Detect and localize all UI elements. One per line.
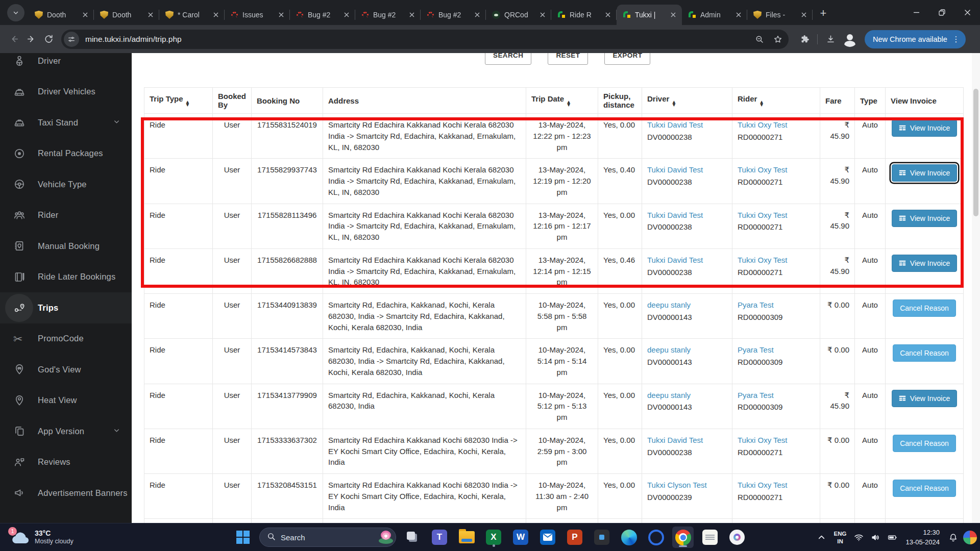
rider-link[interactable]: Tukxi Oxy Test bbox=[738, 164, 788, 176]
sidebar-item-ride-later-bookings[interactable]: Ride Later Bookings bbox=[0, 262, 132, 293]
sidebar-item-promocode[interactable]: ✂PromoCode bbox=[0, 323, 132, 355]
chrome-app-icon[interactable] bbox=[672, 527, 694, 548]
tab-close-button[interactable] bbox=[473, 10, 482, 19]
cancel-reason-button[interactable]: Cancel Reason bbox=[893, 435, 956, 452]
hidden-icons-button[interactable] bbox=[815, 531, 828, 544]
sidebar-item-reviews[interactable]: Reviews bbox=[0, 447, 132, 478]
rider-link[interactable]: Pyara Test bbox=[738, 344, 774, 356]
media-player-app-icon[interactable] bbox=[726, 527, 748, 548]
sidebar-item-vehicle-type[interactable]: Vehicle Type bbox=[0, 169, 132, 200]
browser-tab-6[interactable]: Bug #2 bbox=[355, 5, 421, 25]
sidebar-item-god-s-view[interactable]: God's View bbox=[0, 354, 132, 385]
view-invoice-button[interactable]: View Invoice bbox=[892, 255, 957, 272]
export-button[interactable]: EXPORT bbox=[604, 53, 650, 65]
omnibox[interactable]: mine.tukxi.in/admin/trip.php bbox=[61, 30, 789, 49]
outlook-app-icon[interactable] bbox=[537, 527, 558, 548]
sidebar-item-heat-view[interactable]: Heat View bbox=[0, 385, 132, 416]
column-header-rider[interactable]: Rider▲▼ bbox=[732, 88, 820, 114]
opera-app-icon[interactable] bbox=[645, 527, 667, 548]
wifi-icon[interactable] bbox=[852, 531, 866, 544]
excel-app-icon[interactable]: X bbox=[483, 527, 504, 548]
downloads-button[interactable] bbox=[822, 31, 839, 48]
driver-link[interactable]: Tukxi David Test bbox=[647, 119, 703, 131]
sidebar-item-driver-vehicles[interactable]: Driver Vehicles bbox=[0, 77, 132, 108]
search-button[interactable]: SEARCH bbox=[485, 53, 531, 65]
sidebar-item-taxi-stand[interactable]: Taxi Stand bbox=[0, 107, 132, 138]
column-header-trip-type[interactable]: Trip Type▲▼ bbox=[144, 88, 213, 114]
browser-tab-9[interactable]: Ride R bbox=[551, 5, 617, 25]
sidebar-item-rider[interactable]: Rider bbox=[0, 200, 132, 231]
tab-close-button[interactable] bbox=[669, 10, 678, 19]
sidebar-item-app-version[interactable]: App Version bbox=[0, 416, 132, 447]
tab-close-button[interactable] bbox=[734, 10, 743, 19]
driver-link[interactable]: Tukxi David Test bbox=[647, 435, 703, 446]
snipping-tool-app-icon[interactable] bbox=[591, 527, 612, 548]
tab-close-button[interactable] bbox=[538, 10, 547, 19]
rider-link[interactable]: Tukxi Oxy Test bbox=[738, 480, 788, 491]
driver-link[interactable]: deepu stanly bbox=[647, 390, 691, 401]
rider-link[interactable]: Tukxi Oxy Test bbox=[738, 119, 788, 131]
browser-tab-2[interactable]: Dooth bbox=[94, 5, 159, 25]
sidebar-item-rental-packages[interactable]: Rental Packages bbox=[0, 138, 132, 169]
teams-app-icon[interactable]: T bbox=[429, 527, 450, 548]
profile-avatar[interactable] bbox=[842, 32, 857, 47]
tab-search-button[interactable] bbox=[7, 4, 24, 21]
browser-tab-8[interactable]: QRCod bbox=[486, 5, 551, 25]
cancel-reason-button[interactable]: Cancel Reason bbox=[893, 299, 956, 317]
new-tab-button[interactable]: + bbox=[816, 6, 831, 21]
browser-tab-1[interactable]: Dooth bbox=[29, 5, 94, 25]
notes-app-icon[interactable] bbox=[699, 527, 721, 548]
sidebar-item-trips[interactable]: Trips bbox=[0, 292, 132, 323]
browser-tab-10[interactable]: Tukxi | bbox=[617, 5, 682, 25]
chrome-update-button[interactable]: New Chrome available ⋮ bbox=[865, 30, 966, 48]
column-header-trip-date[interactable]: Trip Date▲▼ bbox=[526, 88, 598, 114]
volume-icon[interactable] bbox=[869, 531, 883, 544]
tab-close-button[interactable] bbox=[799, 10, 808, 19]
rider-link[interactable]: Pyara Test bbox=[738, 390, 774, 401]
taskbar-clock[interactable]: 12:30 13-05-2024 bbox=[903, 528, 943, 547]
window-minimize-button[interactable] bbox=[903, 0, 929, 25]
column-header-driver[interactable]: Driver▲▼ bbox=[642, 88, 732, 114]
browser-tab-3[interactable]: * Carol bbox=[159, 5, 225, 25]
browser-tab-5[interactable]: Bug #2 bbox=[290, 5, 355, 25]
bookmark-button[interactable] bbox=[770, 32, 786, 47]
browser-tab-7[interactable]: Bug #2 bbox=[421, 5, 486, 25]
browser-menu-icon[interactable]: ⋮ bbox=[949, 33, 963, 46]
driver-link[interactable]: deepu stanly bbox=[647, 299, 691, 311]
view-invoice-button[interactable]: View Invoice bbox=[892, 164, 957, 182]
notifications-button[interactable] bbox=[946, 531, 960, 544]
battery-icon[interactable] bbox=[886, 531, 899, 544]
browser-tab-12[interactable]: Files - bbox=[747, 5, 813, 25]
zoom-button[interactable] bbox=[752, 32, 767, 47]
extensions-button[interactable] bbox=[796, 31, 813, 48]
rider-link[interactable]: Pyara Test bbox=[738, 299, 774, 311]
file-explorer-app-icon[interactable] bbox=[456, 527, 477, 548]
rider-link[interactable]: Tukxi Oxy Test bbox=[738, 210, 788, 221]
sidebar-item-manual-booking[interactable]: Manual Booking bbox=[0, 231, 132, 262]
reload-button[interactable] bbox=[40, 31, 57, 48]
tab-close-button[interactable] bbox=[146, 10, 155, 19]
forward-button[interactable] bbox=[22, 31, 40, 48]
screen-tool-icon[interactable] bbox=[963, 531, 977, 544]
sidebar-item-driver[interactable]: Driver bbox=[0, 53, 132, 77]
tab-close-button[interactable] bbox=[277, 10, 286, 19]
cancel-reason-button[interactable]: Cancel Reason bbox=[893, 344, 956, 362]
driver-link[interactable]: deepu stanly bbox=[647, 344, 691, 356]
driver-link[interactable]: Tukxi Clyson Test bbox=[647, 480, 707, 491]
task-view-button[interactable] bbox=[402, 527, 423, 548]
rider-link[interactable]: Tukxi Oxy Test bbox=[738, 255, 788, 266]
sidebar-item-advertisement-banners[interactable]: Advertisement Banners bbox=[0, 478, 132, 509]
taskbar-search[interactable]: Search bbox=[259, 528, 396, 547]
tab-close-button[interactable] bbox=[407, 10, 416, 19]
word-app-icon[interactable]: W bbox=[510, 527, 531, 548]
browser-tab-11[interactable]: Admin bbox=[682, 5, 747, 25]
weather-widget[interactable]: 1 33°C Mostly cloudy bbox=[6, 523, 78, 551]
tab-close-button[interactable] bbox=[211, 10, 220, 19]
powerpoint-app-icon[interactable]: P bbox=[564, 527, 585, 548]
driver-link[interactable]: Tukxi David Test bbox=[647, 210, 703, 221]
view-invoice-button[interactable]: View Invoice bbox=[892, 390, 957, 407]
page-scrollbar[interactable] bbox=[972, 53, 980, 523]
window-restore-button[interactable] bbox=[929, 0, 954, 25]
view-invoice-button[interactable]: View Invoice bbox=[892, 210, 957, 227]
rider-link[interactable]: Tukxi Oxy Test bbox=[738, 435, 788, 446]
